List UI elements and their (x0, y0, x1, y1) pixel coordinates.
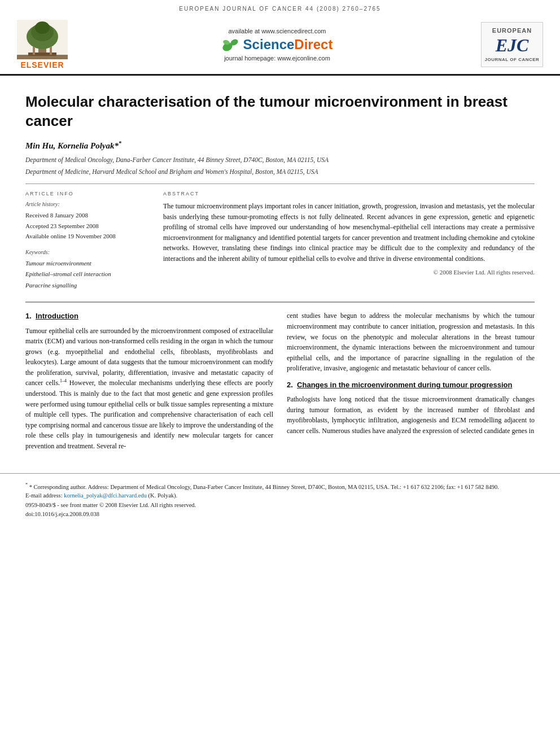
elsevier-tree-icon (17, 20, 68, 59)
received-date: Received 8 January 2008 (25, 211, 150, 220)
abstract-text: The tumour microenvironment plays import… (163, 201, 535, 264)
affiliation-marker: * (119, 140, 121, 146)
sciencedirect-logo: ScienceDirect (222, 37, 333, 53)
divider-1 (25, 184, 535, 184)
affiliation-1: Department of Medical Oncology, Dana-Far… (25, 155, 535, 165)
body-divider (25, 302, 535, 303)
section1-number: 1. (25, 312, 32, 320)
history-label: Article history: (25, 201, 150, 207)
keywords-section: Keywords: Tumour microenvironment Epithe… (25, 249, 150, 291)
section2-title: Changes in the microenvironment during t… (297, 381, 512, 389)
svg-rect-7 (33, 47, 35, 55)
corresponding-label: * Corresponding author. (29, 483, 87, 490)
svg-rect-8 (50, 47, 52, 55)
corresponding-address: Address: Department of Medical Oncology,… (88, 483, 498, 490)
corresponding-author-note: * * Corresponding author. Address: Depar… (25, 482, 535, 492)
keyword-1: Tumour microenvironment (25, 259, 150, 269)
section1-para1: Tumour epithelial cells are surrounded b… (25, 326, 273, 452)
issn-line: 0959-8049/$ - see front matter © 2008 El… (25, 501, 535, 510)
sd-leaves-icon (222, 37, 240, 53)
ejc-logo: EUROPEAN EJC JOURNAL OF CANCER (481, 22, 543, 67)
available-online-date: Available online 19 November 2008 (25, 231, 150, 241)
journal-bar-text: EUROPEAN JOURNAL OF CANCER 44 (2008) 276… (179, 6, 380, 12)
section1-header: 1. Introduction (25, 311, 273, 322)
accepted-date: Accepted 23 September 2008 (25, 221, 150, 231)
section1-para2: cent studies have begun to address the m… (287, 311, 535, 374)
article-content: Molecular characterisation of the tumour… (0, 76, 560, 468)
svg-rect-6 (28, 53, 56, 56)
section1-para2-text: cent studies have begun to address the m… (287, 312, 535, 372)
sd-label: ScienceDirect (243, 37, 333, 53)
homepage-text: journal homepage: www.ejconline.com (224, 55, 330, 62)
info-abstract-columns: ARTICLE INFO Article history: Received 8… (25, 191, 535, 291)
article-title: Molecular characterisation of the tumour… (25, 87, 535, 131)
keywords-label: Keywords: (25, 249, 150, 255)
section2-para1-text: Pathologists have long noticed that the … (287, 395, 535, 435)
email-link[interactable]: kornelia_polyak@dfci.harvard.edu (64, 492, 147, 499)
authors: Min Hu, Kornelia Polyak** (25, 140, 535, 151)
elsevier-logo: ELSEVIER (11, 20, 73, 69)
section2-header: 2. Changes in the microenvironment durin… (287, 379, 535, 391)
keyword-3: Paracrine signalling (25, 281, 150, 291)
article-info-column: ARTICLE INFO Article history: Received 8… (25, 191, 150, 291)
footer-area: * * Corresponding author. Address: Depar… (0, 473, 560, 525)
email-label: E-mail address: (25, 492, 63, 499)
section2-para1: Pathologists have long noticed that the … (287, 394, 535, 436)
section2-number: 2. (287, 381, 293, 389)
copyright-line: © 2008 Elsevier Ltd. All rights reserved… (163, 269, 535, 276)
journal-bar: EUROPEAN JOURNAL OF CANCER 44 (2008) 276… (0, 0, 560, 15)
affiliation-2: Department of Medicine, Harvard Medical … (25, 167, 535, 177)
ref-superscript-1: 1–4 (60, 378, 67, 383)
email-line: E-mail address: kornelia_polyak@dfci.har… (25, 491, 535, 500)
authors-text: Min Hu, Kornelia Polyak* (25, 141, 119, 150)
email-note: (K. Polyak). (148, 492, 178, 499)
body-col-right: cent studies have begun to address the m… (287, 311, 535, 456)
doi-line: doi:10.1016/j.ejca.2008.09.038 (25, 510, 535, 519)
page: EUROPEAN JOURNAL OF CANCER 44 (2008) 276… (0, 0, 560, 747)
elsevier-text: ELSEVIER (20, 60, 64, 69)
svg-point-4 (35, 21, 50, 34)
footer-asterisk: * (25, 482, 28, 487)
header-area: ELSEVIER available at www.sciencedirect.… (0, 15, 560, 76)
keyword-2: Epithelial–stromal cell interaction (25, 269, 150, 279)
body-col-left: 1. Introduction Tumour epithelial cells … (25, 311, 273, 456)
center-logos: available at www.sciencedirect.com Scien… (222, 28, 333, 62)
ejc-letters: EJC (485, 35, 540, 56)
available-text: available at www.sciencedirect.com (228, 28, 326, 34)
section1-title: Introduction (36, 312, 78, 320)
abstract-heading: ABSTRACT (163, 191, 535, 196)
abstract-column: ABSTRACT The tumour microenvironment pla… (163, 191, 535, 291)
section1-para1-text: Tumour epithelial cells are surrounded b… (25, 327, 273, 451)
article-info-heading: ARTICLE INFO (25, 191, 150, 196)
body-columns: 1. Introduction Tumour epithelial cells … (25, 311, 535, 456)
